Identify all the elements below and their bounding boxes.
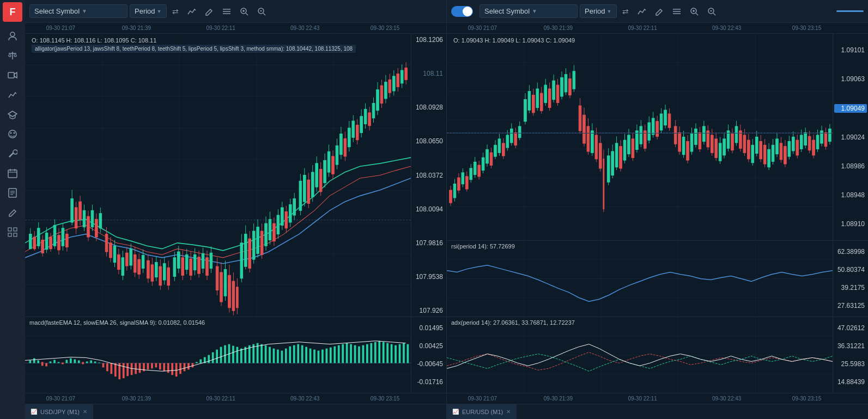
svg-rect-321	[394, 345, 397, 363]
sidebar: F	[0, 0, 25, 419]
rsi-price-4: 27.63125	[834, 302, 867, 309]
svg-rect-301	[313, 350, 315, 363]
svg-rect-249	[102, 363, 105, 367]
person-icon[interactable]	[4, 27, 21, 45]
left-compare-button[interactable]: ⇄	[169, 5, 182, 18]
svg-rect-308	[342, 344, 344, 363]
right-price-6: 1.08948	[834, 191, 867, 199]
left-draw-button[interactable]	[202, 5, 217, 18]
right-time-axis-top: 09-30 21:07 09-30 21:39 09-30 22:11 09-3…	[447, 23, 868, 34]
svg-rect-289	[265, 345, 267, 363]
left-chart-svg	[25, 34, 411, 317]
svg-rect-292	[277, 350, 279, 363]
chart-line-icon[interactable]	[4, 86, 21, 104]
svg-point-4	[14, 54, 16, 57]
left-zoomout-button[interactable]	[254, 5, 269, 18]
pen-icon[interactable]	[4, 204, 21, 221]
svg-rect-323	[403, 343, 405, 363]
svg-rect-316	[374, 342, 377, 363]
left-indicators-button[interactable]	[219, 5, 234, 18]
right-chart-info: O: 1.09043 H: 1.09049 L: 1.09043 C: 1.09…	[451, 36, 577, 45]
right-linechart-button[interactable]	[634, 5, 650, 18]
svg-rect-295	[289, 347, 291, 363]
right-symbol-selector[interactable]: Select Symbol ▼	[479, 4, 578, 18]
svg-rect-281	[232, 346, 234, 363]
right-time-1: 09-30 21:07	[468, 25, 497, 31]
left-symbol-selector[interactable]: Select Symbol ▼	[29, 4, 128, 18]
svg-rect-276	[212, 353, 214, 363]
right-price-1: 1.09101	[834, 46, 867, 54]
graduation-icon[interactable]	[4, 106, 21, 123]
right-indicators-button[interactable]	[669, 5, 684, 18]
calendar-icon[interactable]	[4, 165, 21, 182]
left-symbol-arrow: ▼	[82, 8, 87, 14]
right-adx-svg	[447, 317, 833, 393]
right-time-3: 09-30 22:11	[628, 25, 657, 31]
right-zoomin-button[interactable]	[687, 5, 702, 18]
left-symbol-text: Select Symbol	[34, 7, 80, 15]
svg-line-30	[263, 13, 265, 15]
right-toolbar-line	[836, 10, 864, 12]
svg-rect-317	[378, 341, 380, 363]
wrench-icon[interactable]	[4, 145, 21, 162]
left-toolbar: Select Symbol ▼ Period ▼ ⇄	[25, 0, 446, 23]
right-bottom-time-1: 09-30 21:07	[468, 396, 497, 402]
left-chart-panel: Select Symbol ▼ Period ▼ ⇄	[25, 0, 447, 419]
right-draw-button[interactable]	[652, 5, 667, 18]
left-time-2: 09-30 21:39	[122, 25, 151, 31]
right-zoomout-button[interactable]	[704, 5, 719, 18]
svg-rect-256	[131, 363, 133, 375]
svg-point-3	[9, 54, 11, 57]
right-rsi-axis: 62.38998 50.80374 39.2175 27.63125	[833, 241, 868, 317]
right-price-crosshair	[447, 133, 833, 133]
svg-rect-242	[74, 359, 76, 363]
document-icon[interactable]	[4, 184, 21, 202]
app-logo[interactable]: F	[3, 2, 22, 22]
svg-rect-270	[187, 363, 190, 369]
svg-line-329	[696, 13, 698, 15]
sync-toggle[interactable]	[451, 6, 473, 17]
svg-rect-290	[269, 347, 271, 363]
right-symbol-text: Select Symbol	[484, 7, 530, 15]
svg-rect-300	[309, 349, 312, 363]
right-rsi-info: rsi(period 14): 57.72699	[451, 243, 515, 250]
right-compare-button[interactable]: ⇄	[619, 5, 632, 18]
scales-icon[interactable]	[4, 47, 21, 64]
svg-rect-310	[350, 344, 352, 363]
left-bottom-time-4: 09-30 22:43	[290, 396, 319, 402]
left-period-button[interactable]: Period ▼	[130, 4, 167, 18]
right-tab-close[interactable]: ✕	[506, 409, 511, 415]
macd-price-1: 0.01495	[412, 324, 445, 332]
right-rsi-chart[interactable]: rsi(period 14): 57.72699	[447, 241, 833, 317]
right-time-5: 09-30 23:15	[792, 25, 821, 31]
svg-rect-272	[196, 362, 198, 363]
right-tab-chart-icon: 📈	[452, 409, 459, 415]
left-linechart-button[interactable]	[184, 5, 199, 18]
left-price-9: 107.926	[412, 307, 445, 314]
left-macd-chart[interactable]: macd(fasteEMA 12, slowEMA 26, signalSMA …	[25, 317, 411, 393]
svg-rect-320	[391, 344, 393, 363]
svg-rect-236	[50, 361, 52, 363]
left-tab-close[interactable]: ✕	[83, 409, 87, 415]
rsi-price-1: 62.38998	[834, 248, 867, 256]
svg-rect-273	[199, 359, 202, 363]
svg-rect-252	[114, 363, 117, 377]
right-period-button[interactable]: Period ▼	[580, 4, 617, 18]
right-adx-chart[interactable]: adx(period 14): 27.06361, 33.76871, 12.7…	[447, 317, 833, 393]
rsi-price-2: 50.80374	[834, 266, 867, 274]
right-tab-bar: 📈 EUR/USD (M1) ✕	[447, 404, 868, 419]
svg-rect-303	[321, 350, 324, 363]
right-chart-tab[interactable]: 📈 EUR/USD (M1) ✕	[447, 404, 517, 419]
left-zoomin-button[interactable]	[236, 5, 252, 18]
left-chart-tab[interactable]: 📈 USD/JPY (M1) ✕	[25, 404, 93, 419]
left-bottom-time-2: 09-30 21:39	[122, 396, 151, 402]
left-main-chart[interactable]: O: 108.1145 H: 108.116 L: 108.1095 C: 10…	[25, 34, 411, 317]
adx-price-3: 25.5983	[834, 360, 867, 368]
svg-rect-261	[151, 363, 153, 368]
right-time-4: 09-30 22:43	[712, 25, 741, 31]
grid-icon[interactable]	[4, 223, 21, 241]
video-icon[interactable]	[4, 66, 21, 84]
svg-rect-263	[159, 363, 161, 369]
mask-icon[interactable]	[4, 125, 21, 143]
right-main-chart[interactable]: O: 1.09043 H: 1.09049 L: 1.09043 C: 1.09…	[447, 34, 833, 240]
